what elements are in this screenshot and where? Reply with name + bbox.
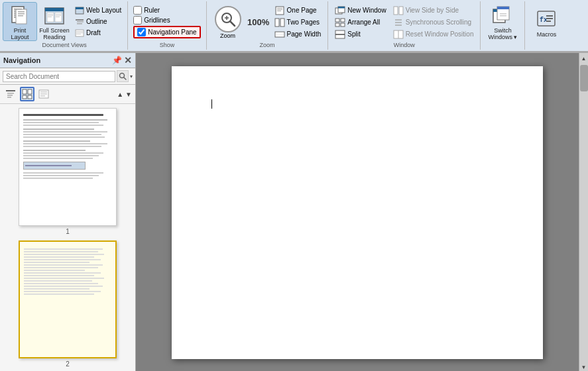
switch-windows-group: SwitchWindows ▾ xyxy=(481,1,525,50)
nav-down-arrow[interactable]: ▼ xyxy=(125,91,132,98)
svg-rect-71 xyxy=(7,93,14,94)
right-scrollbar[interactable]: ▲ ▼ xyxy=(579,53,588,371)
gridlines-checkbox-item[interactable]: Gridlines xyxy=(133,16,200,25)
two-pages-button[interactable]: Two Pages xyxy=(273,17,323,28)
switch-windows-icon xyxy=(491,4,514,28)
one-page-button[interactable]: One Page xyxy=(273,5,323,16)
outline-button[interactable]: Outline xyxy=(73,17,123,27)
scrollbar-up-arrow[interactable]: ▲ xyxy=(579,53,589,64)
page-width-label: Page Width xyxy=(287,30,322,38)
arrange-all-button[interactable]: Arrange All xyxy=(333,17,387,28)
svg-rect-51 xyxy=(399,7,403,15)
document-area[interactable] xyxy=(136,53,579,371)
main-area: Navigation 📌 ✕ ▾ xyxy=(0,53,588,371)
pages-view-button[interactable] xyxy=(20,87,34,101)
svg-rect-73 xyxy=(7,97,11,98)
svg-rect-46 xyxy=(335,23,339,26)
scrollbar-thumb[interactable] xyxy=(580,65,588,91)
svg-rect-72 xyxy=(7,95,13,96)
page-1-number: 1 xyxy=(66,228,70,235)
nav-title: Navigation xyxy=(3,56,40,64)
nav-scroll-area[interactable]: 1 xyxy=(0,104,135,371)
svg-rect-44 xyxy=(335,19,339,22)
reset-window-position-button[interactable]: Reset Window Position xyxy=(392,29,475,40)
page-width-button[interactable]: Page Width xyxy=(273,29,323,40)
svg-rect-35 xyxy=(277,9,282,10)
zoom-group: Zoom 100% One Page Two Pages Page Width xyxy=(207,1,329,50)
window-group: New Window Arrange All Split View Side b… xyxy=(328,1,481,50)
navigation-panel: Navigation 📌 ✕ ▾ xyxy=(0,53,136,371)
print-layout-label: Print Layout xyxy=(5,28,35,41)
synchronous-scrolling-button[interactable]: Synchronous Scrolling xyxy=(392,17,475,28)
search-dropdown-icon[interactable]: ▾ xyxy=(130,74,133,80)
full-screen-reading-button[interactable]: Full ScreenReading xyxy=(37,2,72,42)
svg-rect-36 xyxy=(277,11,281,11)
zoom-button[interactable]: Zoom xyxy=(212,6,244,39)
svg-rect-65 xyxy=(546,15,553,17)
search-icon[interactable] xyxy=(117,70,129,82)
page-2-number: 2 xyxy=(66,360,70,368)
web-layout-label: Web Layout xyxy=(86,7,121,14)
svg-rect-43 xyxy=(338,7,345,9)
new-window-label: New Window xyxy=(347,7,386,14)
one-page-label: One Page xyxy=(287,7,317,14)
nav-close-icon[interactable]: ✕ xyxy=(124,55,132,66)
search-input[interactable] xyxy=(3,71,115,82)
macros-button[interactable]: fx Macros xyxy=(532,6,561,39)
svg-rect-22 xyxy=(76,19,84,21)
svg-text:fx: fx xyxy=(540,17,548,24)
page-thumb-2[interactable] xyxy=(19,240,117,358)
results-view-button[interactable] xyxy=(36,87,51,101)
svg-rect-67 xyxy=(546,21,551,22)
new-window-button[interactable]: New Window xyxy=(333,5,387,16)
switch-windows-button[interactable]: SwitchWindows ▾ xyxy=(485,2,520,43)
window-right-col: View Side by Side Synchronous Scrolling … xyxy=(392,5,475,40)
full-screen-label: Full ScreenReading xyxy=(39,28,70,41)
macros-group: fx Macros xyxy=(525,1,567,50)
ruler-checkbox-item[interactable]: Ruler xyxy=(133,6,200,15)
svg-rect-18 xyxy=(56,15,61,16)
nav-pin-icon[interactable]: 📌 xyxy=(112,56,122,65)
svg-rect-76 xyxy=(23,95,27,99)
svg-rect-66 xyxy=(546,18,553,19)
document-views-group: Print Layout xyxy=(1,1,128,50)
draft-label: Draft xyxy=(86,29,101,36)
gridlines-label: Gridlines xyxy=(144,17,170,24)
svg-rect-17 xyxy=(56,14,61,15)
ribbon-row: Print Layout xyxy=(0,0,588,52)
print-layout-button[interactable]: Print Layout xyxy=(3,2,37,42)
scrollbar-down-arrow[interactable]: ▼ xyxy=(579,362,589,371)
svg-rect-74 xyxy=(23,89,27,94)
svg-rect-27 xyxy=(76,32,83,33)
ruler-checkbox[interactable] xyxy=(133,6,142,15)
svg-rect-19 xyxy=(56,17,60,17)
zoom-100-button[interactable]: 100% xyxy=(247,9,270,36)
web-layout-button[interactable]: Web Layout xyxy=(73,5,123,16)
svg-line-69 xyxy=(124,78,126,80)
nav-header: Navigation 📌 ✕ xyxy=(0,53,135,68)
svg-rect-81 xyxy=(40,95,45,97)
gridlines-checkbox[interactable] xyxy=(133,16,142,25)
navigation-pane-checkbox-item[interactable]: Navigation Pane xyxy=(133,26,200,38)
svg-rect-60 xyxy=(497,7,509,9)
svg-line-30 xyxy=(230,21,235,26)
svg-rect-21 xyxy=(76,7,84,9)
split-button[interactable]: Split xyxy=(333,29,387,40)
svg-rect-37 xyxy=(275,19,279,26)
page-thumb-1[interactable] xyxy=(19,108,117,226)
svg-rect-26 xyxy=(76,31,83,32)
svg-rect-34 xyxy=(277,8,282,9)
svg-rect-23 xyxy=(77,21,84,23)
zoom-label: Zoom xyxy=(220,32,235,39)
doc-view-small-group: Web Layout Outline Draft xyxy=(73,5,123,38)
draft-button[interactable]: Draft xyxy=(73,28,123,38)
nav-search-bar: ▾ xyxy=(0,68,135,85)
view-side-by-side-button[interactable]: View Side by Side xyxy=(392,5,475,16)
svg-rect-24 xyxy=(77,23,82,25)
svg-rect-8 xyxy=(18,13,25,15)
svg-rect-62 xyxy=(500,15,506,17)
svg-rect-61 xyxy=(500,13,506,15)
nav-up-arrow[interactable]: ▲ xyxy=(117,91,123,98)
navigation-pane-checkbox[interactable] xyxy=(137,28,146,36)
headings-view-button[interactable] xyxy=(3,87,18,101)
